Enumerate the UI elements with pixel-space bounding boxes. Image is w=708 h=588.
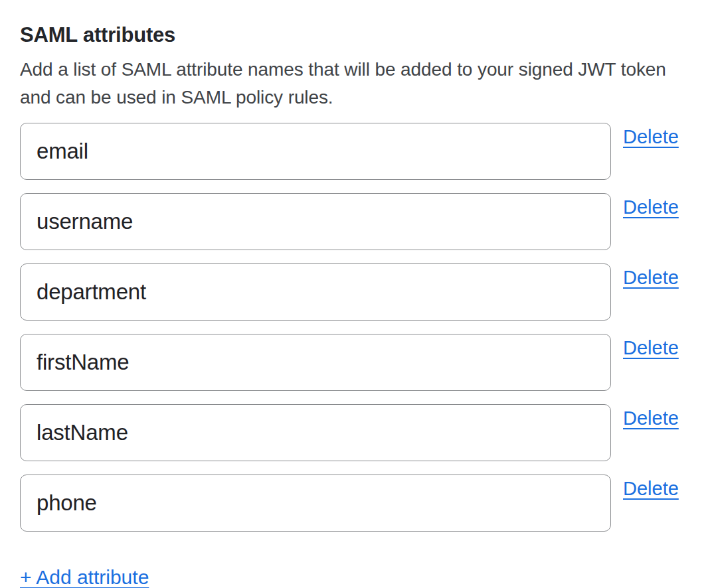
attribute-list: Delete Delete Delete Delete Delete Delet… <box>20 123 688 532</box>
section-title: SAML attributes <box>20 23 688 48</box>
delete-link[interactable]: Delete <box>623 266 679 289</box>
attribute-input[interactable] <box>20 334 611 391</box>
attribute-input[interactable] <box>20 263 611 321</box>
attribute-input[interactable] <box>20 475 611 532</box>
attribute-row: Delete <box>20 263 688 321</box>
attribute-row: Delete <box>20 193 688 250</box>
add-attribute-link[interactable]: + Add attribute <box>20 565 149 588</box>
delete-link[interactable]: Delete <box>623 196 679 218</box>
attribute-row: Delete <box>20 123 688 180</box>
attribute-row: Delete <box>20 404 688 461</box>
delete-link[interactable]: Delete <box>623 125 679 148</box>
saml-attributes-section: SAML attributes Add a list of SAML attri… <box>0 23 708 588</box>
attribute-row: Delete <box>20 334 688 391</box>
attribute-input[interactable] <box>20 404 611 461</box>
delete-link[interactable]: Delete <box>623 407 679 429</box>
attribute-input[interactable] <box>20 123 611 180</box>
delete-link[interactable]: Delete <box>623 477 679 500</box>
attribute-row: Delete <box>20 475 688 532</box>
section-description: Add a list of SAML attribute names that … <box>20 56 688 111</box>
attribute-input[interactable] <box>20 193 611 250</box>
delete-link[interactable]: Delete <box>623 336 679 359</box>
